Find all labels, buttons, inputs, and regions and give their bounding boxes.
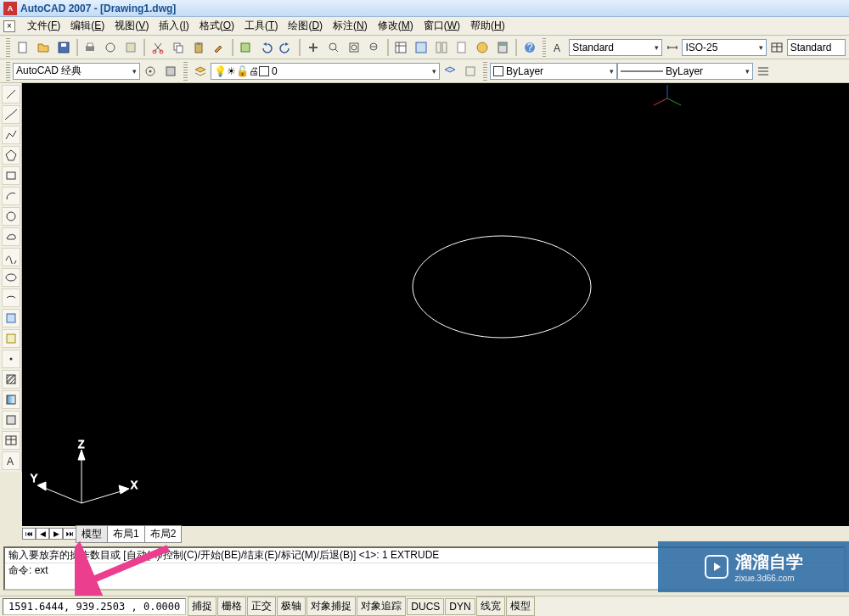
publish-button[interactable] (121, 38, 140, 57)
ellipse-arc-tool[interactable] (2, 288, 20, 307)
layer-manager-button[interactable] (191, 62, 210, 81)
lwt-toggle[interactable]: 线宽 (476, 596, 505, 616)
svg-rect-12 (197, 42, 200, 45)
coords-field[interactable]: 1591.6444, 939.2503 , 0.0000 (3, 598, 186, 615)
open-button[interactable] (34, 38, 53, 57)
new-button[interactable] (14, 38, 32, 57)
menu-insert[interactable]: 插入(I) (154, 17, 194, 35)
document-close-button[interactable]: × (3, 20, 15, 32)
undo-button[interactable] (256, 38, 275, 57)
copy-button[interactable] (169, 38, 188, 57)
tab-prev-button[interactable]: ◀ (36, 528, 49, 540)
tablestyle-dropdown[interactable]: Standard (787, 39, 846, 56)
svg-line-50 (667, 98, 681, 105)
polar-toggle[interactable]: 极轴 (277, 596, 306, 616)
point-tool[interactable] (2, 350, 20, 368)
toolbar-grip[interactable] (6, 38, 10, 57)
polyline-tool[interactable] (2, 126, 20, 144)
ducs-toggle[interactable]: DUCS (407, 598, 444, 615)
toolbar-grip[interactable] (6, 62, 10, 81)
toolpalette-button[interactable] (432, 38, 451, 57)
cut-button[interactable] (149, 38, 167, 57)
tab-layout2[interactable]: 布局2 (144, 525, 183, 543)
sheetset-button[interactable] (453, 38, 471, 57)
zoom-previous-button[interactable] (365, 38, 384, 57)
menu-draw[interactable]: 绘图(D) (283, 17, 328, 35)
gradient-tool[interactable] (2, 390, 20, 409)
menu-tools[interactable]: 工具(T) (239, 17, 283, 35)
tab-layout1[interactable]: 布局1 (107, 525, 145, 543)
matchprop-button[interactable] (210, 38, 228, 57)
tab-last-button[interactable]: ⏭ (63, 528, 76, 540)
revcloud-tool[interactable] (2, 227, 20, 246)
dimstyle-dropdown[interactable]: ISO-25▾ (682, 39, 766, 56)
menu-file[interactable]: 文件(F) (22, 17, 65, 35)
designcenter-button[interactable] (412, 38, 430, 57)
spline-tool[interactable] (2, 248, 20, 266)
osnap-toggle[interactable]: 对象捕捉 (306, 596, 356, 616)
help-button[interactable]: ? (520, 38, 539, 57)
rectangle-tool[interactable] (2, 166, 20, 185)
hatch-tool[interactable] (2, 370, 20, 389)
workspace-settings-button[interactable] (141, 62, 160, 81)
markup-button[interactable] (473, 38, 492, 57)
line-tool[interactable] (2, 85, 20, 104)
menu-dimension[interactable]: 标注(N) (328, 17, 373, 35)
svg-rect-13 (241, 43, 250, 52)
tab-next-button[interactable]: ▶ (49, 528, 63, 540)
insert-block-tool[interactable] (2, 309, 20, 328)
color-dropdown[interactable]: ByLayer▾ (490, 63, 617, 80)
title-bar: A AutoCAD 2007 - [Drawing1.dwg] (0, 0, 849, 17)
layer-previous-button[interactable] (441, 62, 459, 81)
svg-rect-45 (7, 395, 15, 404)
xline-tool[interactable] (2, 105, 20, 124)
zoom-window-button[interactable] (345, 38, 363, 57)
paste-button[interactable] (189, 38, 208, 57)
region-tool[interactable] (2, 411, 20, 429)
ellipse-tool[interactable] (2, 268, 20, 287)
menu-help[interactable]: 帮助(H) (465, 17, 510, 35)
workspace-save-button[interactable] (161, 62, 180, 81)
save-button[interactable] (54, 38, 73, 57)
make-block-tool[interactable] (2, 329, 20, 348)
menu-format[interactable]: 格式(O) (194, 17, 239, 35)
toolbar-grip[interactable] (483, 62, 487, 81)
toolbar-grip[interactable] (183, 62, 188, 81)
mtext-tool[interactable]: A (2, 451, 20, 470)
otrack-toggle[interactable]: 对象追踪 (357, 596, 406, 616)
toolbar-grip[interactable] (543, 38, 547, 57)
textstyle-dropdown[interactable]: Standard▾ (569, 39, 661, 56)
workspace-dropdown[interactable]: AutoCAD 经典▾ (13, 63, 140, 80)
linetype-dropdown[interactable]: ByLayer▾ (617, 63, 753, 80)
tab-model[interactable]: 模型 (76, 525, 108, 543)
table-tool[interactable] (2, 431, 20, 450)
textstyle-button[interactable]: A (549, 38, 568, 57)
tablestyle-button[interactable] (767, 38, 786, 57)
model-toggle[interactable]: 模型 (506, 596, 535, 616)
ortho-toggle[interactable]: 正交 (247, 596, 276, 616)
zoom-realtime-button[interactable] (324, 38, 343, 57)
polygon-tool[interactable] (2, 146, 20, 165)
tab-first-button[interactable]: ⏮ (22, 528, 36, 540)
menu-edit[interactable]: 编辑(E) (65, 17, 110, 35)
pan-button[interactable] (304, 38, 323, 57)
layer-dropdown[interactable]: 💡 ☀ 🔓 🖨 0▾ (211, 63, 440, 80)
properties-button[interactable] (392, 38, 411, 57)
quickcalc-button[interactable] (493, 38, 512, 57)
arc-tool[interactable] (2, 187, 20, 205)
plot-preview-button[interactable] (101, 38, 120, 57)
model-viewport[interactable]: Z X Y (22, 83, 849, 526)
dimstyle-button[interactable] (663, 38, 682, 57)
menu-view[interactable]: 视图(V) (110, 17, 154, 35)
menu-modify[interactable]: 修改(M) (373, 17, 419, 35)
menu-window[interactable]: 窗口(W) (419, 17, 465, 35)
snap-toggle[interactable]: 捕捉 (188, 596, 216, 616)
layer-state-button[interactable] (461, 62, 480, 81)
lineweight-button[interactable] (754, 62, 773, 81)
grid-toggle[interactable]: 栅格 (217, 596, 246, 616)
circle-tool[interactable] (2, 207, 20, 226)
print-button[interactable] (82, 38, 100, 57)
redo-button[interactable] (277, 38, 295, 57)
dyn-toggle[interactable]: DYN (445, 598, 475, 615)
block-editor-button[interactable] (237, 38, 256, 57)
